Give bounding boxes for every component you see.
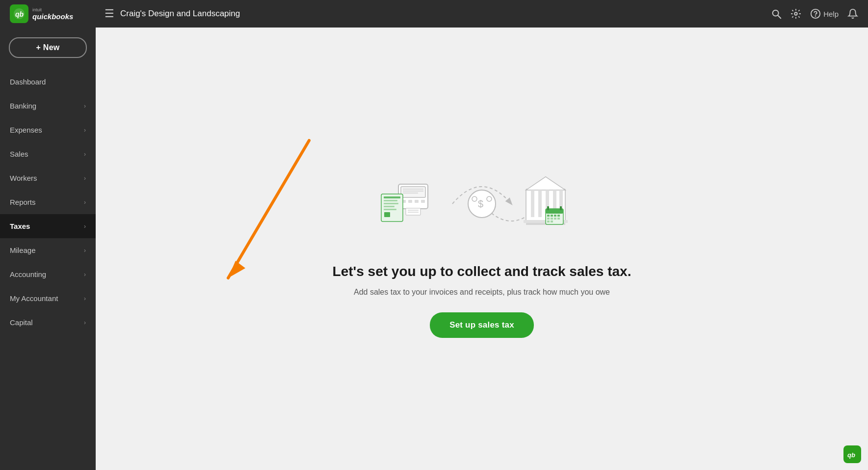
intuit-label: intuit	[32, 7, 73, 12]
page-subtitle: Add sales tax to your invoices and recei…	[354, 288, 610, 297]
quickbooks-label: quickbooks	[32, 12, 73, 21]
sales-tax-illustration: $	[354, 160, 609, 248]
search-button[interactable]	[771, 8, 782, 19]
chevron-right-icon: ›	[84, 151, 86, 158]
svg-rect-17	[421, 200, 425, 203]
help-circle-icon	[810, 8, 821, 19]
svg-rect-48	[557, 215, 560, 217]
svg-rect-46	[551, 215, 553, 217]
sidebar-item-reports[interactable]: Reports ›	[0, 190, 96, 214]
chevron-right-icon: ›	[84, 247, 86, 254]
logo-wordmark: intuit quickbooks	[32, 7, 73, 21]
svg-rect-47	[554, 215, 556, 217]
sidebar-item-taxes[interactable]: Taxes ›	[0, 214, 96, 238]
chevron-right-icon: ›	[84, 223, 86, 230]
sidebar-item-dashboard[interactable]: Dashboard	[0, 70, 96, 94]
svg-rect-16	[415, 200, 419, 203]
settings-button[interactable]	[790, 8, 801, 19]
sidebar-item-capital[interactable]: Capital ›	[0, 310, 96, 334]
svg-rect-26	[384, 209, 396, 210]
svg-marker-33	[526, 177, 565, 190]
svg-rect-35	[538, 190, 542, 217]
svg-point-31	[487, 196, 492, 201]
svg-point-30	[472, 196, 477, 201]
search-icon	[771, 8, 782, 19]
sidebar-item-sales[interactable]: Sales ›	[0, 142, 96, 166]
content-card: $	[313, 140, 651, 357]
svg-rect-18	[406, 208, 421, 215]
svg-rect-43	[547, 206, 549, 210]
chevron-right-icon: ›	[84, 127, 86, 134]
svg-rect-10	[401, 187, 425, 197]
hamburger-icon: ☰	[105, 7, 114, 20]
top-header: qb intuit quickbooks ☰ Craig's Design an…	[0, 0, 868, 28]
main-layout: + New Dashboard Banking › Expenses › Sal…	[0, 28, 868, 470]
svg-point-6	[815, 16, 816, 16]
page-title: Let's set you up to collect and track sa…	[333, 263, 631, 280]
sidebar-item-banking[interactable]: Banking ›	[0, 94, 96, 118]
svg-rect-25	[384, 206, 395, 207]
help-button[interactable]: Help	[810, 8, 839, 19]
sidebar-item-workers[interactable]: Workers ›	[0, 166, 96, 190]
svg-rect-15	[408, 200, 412, 203]
hamburger-button[interactable]: ☰	[105, 7, 114, 20]
chevron-right-icon: ›	[84, 103, 86, 110]
gear-icon	[790, 8, 801, 19]
svg-text:qb: qb	[847, 451, 855, 459]
svg-rect-22	[384, 196, 400, 198]
svg-rect-49	[547, 218, 550, 220]
sidebar-item-my-accountant[interactable]: My Accountant ›	[0, 286, 96, 310]
quickbooks-logo: qb	[10, 4, 28, 23]
chevron-right-icon: ›	[84, 199, 86, 206]
svg-rect-44	[560, 206, 562, 210]
svg-rect-50	[551, 218, 553, 220]
svg-rect-24	[384, 203, 398, 204]
sidebar-item-accounting[interactable]: Accounting ›	[0, 262, 96, 286]
svg-text:qb: qb	[15, 10, 24, 18]
svg-rect-34	[531, 190, 534, 217]
svg-rect-51	[554, 218, 556, 220]
svg-line-3	[778, 15, 781, 18]
arrow-annotation	[218, 136, 321, 295]
header-middle: ☰ Craig's Design and Landscaping	[101, 7, 771, 20]
header-actions: Help	[771, 8, 858, 19]
svg-rect-53	[547, 221, 550, 222]
svg-text:$: $	[478, 198, 483, 209]
svg-rect-54	[551, 221, 553, 222]
new-btn-container: + New	[0, 37, 96, 70]
svg-rect-52	[557, 218, 560, 220]
bottom-qb-logo: qb	[843, 445, 861, 463]
svg-rect-27	[384, 212, 390, 217]
chevron-right-icon: ›	[84, 175, 86, 182]
main-content: $	[96, 28, 868, 470]
chevron-right-icon: ›	[84, 319, 86, 326]
company-name: Craig's Design and Landscaping	[120, 9, 240, 19]
svg-rect-23	[384, 200, 397, 201]
svg-line-7	[228, 140, 309, 278]
notifications-button[interactable]	[847, 8, 858, 19]
setup-sales-tax-button[interactable]: Set up sales tax	[430, 312, 534, 338]
logo-area: qb intuit quickbooks	[10, 4, 101, 23]
svg-rect-45	[547, 215, 550, 217]
bell-icon	[847, 8, 858, 19]
new-button[interactable]: + New	[9, 37, 87, 58]
svg-marker-8	[228, 261, 245, 278]
svg-point-4	[794, 12, 797, 15]
sidebar-item-mileage[interactable]: Mileage ›	[0, 238, 96, 262]
sidebar: + New Dashboard Banking › Expenses › Sal…	[0, 28, 96, 470]
chevron-right-icon: ›	[84, 295, 86, 302]
chevron-right-icon: ›	[84, 271, 86, 278]
sidebar-item-expenses[interactable]: Expenses ›	[0, 118, 96, 142]
help-label: Help	[823, 10, 839, 18]
